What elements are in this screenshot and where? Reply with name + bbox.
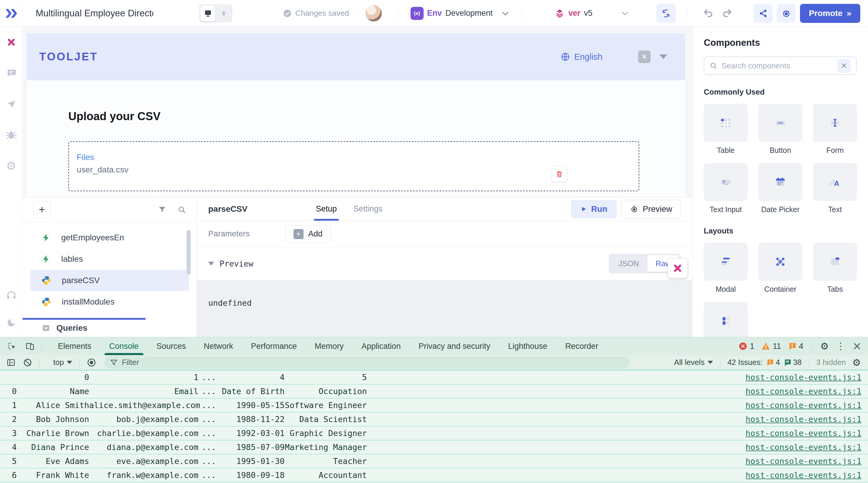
devtools-tab-elements[interactable]: Elements — [49, 337, 100, 355]
live-expression-eye-icon[interactable] — [87, 358, 96, 367]
devtools-tab-memory[interactable]: Memory — [306, 337, 352, 355]
desktop-toggle-icon[interactable] — [200, 6, 215, 21]
component-tabs[interactable]: Tabs — [813, 243, 857, 293]
devtools-settings-icon[interactable]: ⚙ — [820, 341, 829, 351]
preview-query-button[interactable]: Preview — [621, 200, 681, 218]
console-sidebar-icon[interactable] — [6, 358, 16, 367]
clear-console-icon[interactable] — [23, 358, 32, 367]
sidebar-gear-button[interactable]: ⚙ — [4, 160, 19, 172]
filter-queries-icon[interactable] — [158, 205, 166, 214]
console-source-link[interactable]: host-console-events.js:1 — [746, 443, 862, 452]
chevron-down-icon[interactable] — [501, 9, 510, 18]
component-form[interactable]: Form — [813, 104, 857, 155]
search-queries-icon[interactable] — [178, 205, 186, 214]
console-source-link[interactable]: host-console-events.js:1 — [746, 373, 862, 382]
mobile-toggle-icon[interactable] — [216, 6, 231, 21]
query-list-scrollbar[interactable] — [187, 230, 191, 275]
component-card[interactable] — [758, 243, 802, 281]
query-item-installModules[interactable]: installModules — [23, 291, 197, 313]
collapse-caret-icon[interactable] — [208, 262, 214, 265]
component-table[interactable]: Table — [704, 104, 748, 155]
language-selector[interactable]: English ✕ — [561, 51, 667, 63]
canvas-device-toggle[interactable] — [199, 4, 232, 23]
console-warnings-badge[interactable]: 11 — [762, 342, 781, 351]
component-modal[interactable]: Modal — [704, 243, 748, 293]
console-filter-input[interactable] — [122, 358, 624, 367]
preview-app-button[interactable] — [777, 4, 796, 23]
file-picker[interactable]: Files user_data.csv — [68, 141, 639, 191]
version-selector[interactable]: ver v5 — [555, 8, 592, 19]
devtools-tab-recorder[interactable]: Recorder — [556, 337, 607, 355]
add-parameter-button[interactable]: + Add — [285, 225, 331, 243]
devtools-menu-icon[interactable]: ⋮ — [836, 341, 845, 351]
console-source-link[interactable]: host-console-events.js:1 — [746, 471, 862, 480]
undo-button[interactable] — [703, 8, 714, 19]
sidebar-moon-button[interactable] — [4, 316, 19, 329]
component-card[interactable] — [704, 104, 748, 142]
device-toolbar-icon[interactable] — [26, 342, 34, 351]
tooljet-logo[interactable] — [0, 0, 23, 27]
javascript-context-select[interactable]: top — [53, 358, 72, 367]
devtools-tab-privacy-and-security[interactable]: Privacy and security — [410, 337, 499, 355]
file-picker-label[interactable]: Files — [76, 152, 94, 162]
console-settings-icon[interactable]: ⚙ — [852, 358, 861, 367]
component-card[interactable]: AA — [813, 163, 857, 201]
component-card[interactable] — [758, 104, 802, 142]
component-search-input[interactable] — [721, 61, 833, 70]
console-source-link[interactable]: host-console-events.js:1 — [746, 387, 862, 396]
component-search-box[interactable]: ✕ — [704, 57, 857, 75]
user-avatar[interactable] — [365, 5, 382, 22]
language-clear-button[interactable]: ✕ — [638, 51, 651, 63]
component-list-view[interactable]: List View — [704, 302, 748, 337]
sidebar-bug-button[interactable] — [4, 129, 19, 142]
query-item-getEmployeesEn[interactable]: getEmployeesEn — [23, 227, 197, 248]
component-text-input[interactable]: T_Text Input — [704, 163, 748, 214]
component-card[interactable]: T_ — [704, 163, 748, 201]
component-card[interactable] — [704, 302, 748, 337]
sidebar-send-button[interactable] — [4, 97, 19, 111]
query-item-lables[interactable]: lables — [23, 248, 197, 270]
promote-button[interactable]: Promote » — [800, 4, 860, 23]
component-card[interactable] — [704, 243, 748, 281]
sidebar-headset-button[interactable] — [4, 289, 19, 302]
format-toggle-json[interactable]: JSON — [610, 255, 647, 272]
console-source-link[interactable]: host-console-events.js:1 — [746, 457, 862, 466]
query-tab-settings[interactable]: Settings — [353, 197, 382, 221]
query-item-parseCSV[interactable]: parseCSV — [30, 270, 189, 291]
app-name-input[interactable]: Multilingual Employee Directory — [36, 8, 153, 19]
devtools-tab-lighthouse[interactable]: Lighthouse — [499, 337, 556, 355]
console-source-link[interactable]: host-console-events.js:1 — [746, 429, 862, 438]
issues-badge[interactable]: 4 — [788, 342, 803, 351]
delete-file-button[interactable] — [552, 166, 567, 182]
devtools-tab-console[interactable]: Console — [100, 337, 148, 355]
devtools-tab-application[interactable]: Application — [352, 337, 410, 355]
log-levels-select[interactable]: All levels — [674, 358, 713, 367]
console-errors-badge[interactable]: 1 — [739, 342, 754, 351]
issues-summary[interactable]: 42 Issues: 4 38 — [727, 358, 802, 367]
console-filter[interactable] — [104, 356, 630, 369]
chevron-down-icon[interactable] — [621, 9, 629, 18]
component-button[interactable]: Button — [758, 104, 802, 155]
environment-selector[interactable]: (x) Env Development — [410, 7, 510, 20]
component-text[interactable]: AAText — [813, 163, 857, 214]
sidebar-comments-button[interactable] — [4, 67, 19, 80]
sidebar-tooljet-x-button[interactable] — [4, 36, 19, 49]
component-card[interactable] — [813, 243, 857, 281]
run-query-button[interactable]: Run — [571, 200, 617, 218]
component-card[interactable] — [758, 163, 802, 201]
component-container[interactable]: Container — [758, 243, 802, 293]
devtools-close-icon[interactable] — [852, 342, 862, 351]
share-button[interactable] — [754, 4, 773, 23]
console-source-link[interactable]: host-console-events.js:1 — [746, 415, 862, 424]
component-card[interactable] — [813, 104, 857, 142]
sync-button[interactable] — [656, 4, 676, 23]
clear-search-button[interactable]: ✕ — [837, 59, 851, 73]
query-tab-setup[interactable]: Setup — [316, 197, 337, 221]
console-source-link[interactable]: host-console-events.js:1 — [746, 401, 862, 410]
devtools-tab-performance[interactable]: Performance — [242, 337, 306, 355]
redo-button[interactable] — [722, 8, 733, 19]
language-dropdown-caret-icon[interactable] — [659, 54, 667, 59]
devtools-tab-network[interactable]: Network — [195, 337, 242, 355]
inspect-element-icon[interactable] — [7, 341, 17, 351]
queries-footer[interactable]: Queries — [23, 319, 197, 337]
